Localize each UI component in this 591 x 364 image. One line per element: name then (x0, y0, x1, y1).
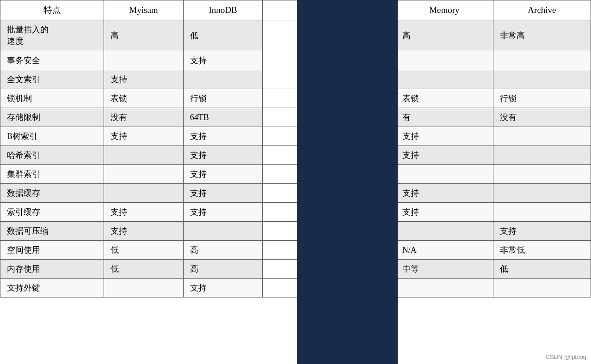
table-header-row: 特点 Myisam InnoDB Memory Archive (0, 0, 591, 20)
cell-myisam: 没有 (104, 108, 183, 127)
cell-innodb: 行锁 (183, 89, 262, 108)
cell-innodb: 支持 (183, 165, 262, 184)
cell-innodb: 高 (183, 260, 262, 279)
cell-innodb: 支持 (183, 146, 262, 165)
cell-memory (395, 222, 493, 241)
table-row: 数据缓存支持支持 (0, 184, 591, 203)
cell-archive: 行锁 (493, 89, 591, 108)
table-row: 内存使用低高中等低 (0, 260, 591, 279)
cell-myisam: 支持 (104, 203, 183, 222)
cell-feature: 内存使用 (0, 260, 104, 279)
cell-innodb (183, 70, 262, 89)
cell-myisam (104, 51, 183, 70)
cell-archive (493, 279, 591, 297)
cell-innodb: 低 (183, 20, 262, 51)
cell-archive: 低 (493, 260, 591, 279)
cell-myisam (104, 146, 183, 165)
cell-feature: 数据可压缩 (0, 222, 104, 241)
cell-memory: N/A (395, 241, 493, 260)
cell-innodb: 支持 (183, 279, 262, 297)
cell-archive (493, 203, 591, 222)
watermark: CSDN @lpblog (546, 353, 586, 360)
cell-archive (493, 51, 591, 70)
cell-archive (493, 184, 591, 203)
cell-feature: 支持外键 (0, 279, 104, 297)
cell-memory (395, 165, 493, 184)
table-row: 支持外键支持 (0, 279, 591, 297)
cell-memory: 支持 (395, 203, 493, 222)
table-row: B树索引支持支持支持 (0, 127, 591, 146)
header-feature: 特点 (0, 0, 104, 20)
table-row: 全文索引支持 (0, 70, 591, 89)
cell-feature: 哈希索引 (0, 146, 104, 165)
cell-memory: 中等 (395, 260, 493, 279)
table-row: 哈希索引支持支持 (0, 146, 591, 165)
cell-innodb: 支持 (183, 184, 262, 203)
cell-memory (395, 51, 493, 70)
cell-feature: 批量插入的速度 (0, 20, 104, 51)
table-row: 空间使用低高N/A非常低 (0, 241, 591, 260)
table-row: 集群索引支持 (0, 165, 591, 184)
cell-feature: 数据缓存 (0, 184, 104, 203)
cell-feature: B树索引 (0, 127, 104, 146)
cell-memory: 支持 (395, 184, 493, 203)
cell-memory: 有 (395, 108, 493, 127)
cell-archive: 支持 (493, 222, 591, 241)
table-row: 锁机制表锁行锁表锁行锁 (0, 89, 591, 108)
cell-archive (493, 127, 591, 146)
table-row: 索引缓存支持支持支持 (0, 203, 591, 222)
cell-innodb: 64TB (183, 108, 262, 127)
header-archive: Archive (493, 0, 591, 20)
comparison-table-container: 特点 Myisam InnoDB Memory Archive 批量插入的速度高… (0, 0, 591, 364)
cell-innodb: 高 (183, 241, 262, 260)
cell-feature: 锁机制 (0, 89, 104, 108)
header-myisam: Myisam (104, 0, 183, 20)
cell-innodb: 支持 (183, 127, 262, 146)
cell-myisam: 低 (104, 241, 183, 260)
cell-innodb: 支持 (183, 203, 262, 222)
cell-memory (395, 279, 493, 297)
cell-innodb: 支持 (183, 51, 262, 70)
cell-innodb (183, 222, 262, 241)
cell-archive: 没有 (493, 108, 591, 127)
cell-feature: 事务安全 (0, 51, 104, 70)
cell-archive: 非常高 (493, 20, 591, 51)
cell-archive (493, 70, 591, 89)
cell-myisam: 支持 (104, 222, 183, 241)
cell-myisam: 高 (104, 20, 183, 51)
cell-memory: 支持 (395, 127, 493, 146)
cell-feature: 集群索引 (0, 165, 104, 184)
table-row: 存储限制没有64TB有没有 (0, 108, 591, 127)
cell-myisam: 低 (104, 260, 183, 279)
cell-feature: 索引缓存 (0, 203, 104, 222)
cell-memory (395, 70, 493, 89)
cell-memory: 高 (395, 20, 493, 51)
table-row: 事务安全支持 (0, 51, 591, 70)
cell-memory: 表锁 (395, 89, 493, 108)
table-row: 数据可压缩支持支持 (0, 222, 591, 241)
cell-myisam (104, 184, 183, 203)
cell-archive: 非常低 (493, 241, 591, 260)
cell-archive (493, 165, 591, 184)
cell-memory: 支持 (395, 146, 493, 165)
header-innodb: InnoDB (183, 0, 262, 20)
cell-myisam: 支持 (104, 70, 183, 89)
cell-feature: 空间使用 (0, 241, 104, 260)
table-row: 批量插入的速度高低高非常高 (0, 20, 591, 51)
cell-feature: 全文索引 (0, 70, 104, 89)
cell-myisam: 支持 (104, 127, 183, 146)
cell-feature: 存储限制 (0, 108, 104, 127)
header-memory: Memory (395, 0, 493, 20)
engine-comparison-table: 特点 Myisam InnoDB Memory Archive 批量插入的速度高… (0, 0, 591, 297)
cell-myisam: 表锁 (104, 89, 183, 108)
cell-archive (493, 146, 591, 165)
cell-myisam (104, 279, 183, 297)
cell-myisam (104, 165, 183, 184)
